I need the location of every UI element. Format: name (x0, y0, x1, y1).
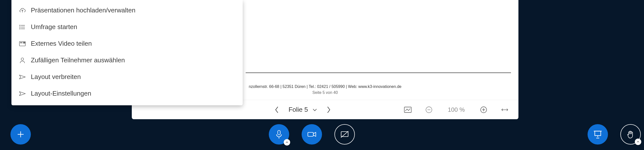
svg-rect-17 (23, 42, 25, 43)
slide-page-indicator: Seite 5 von 40 (312, 90, 338, 95)
presentation-screen-icon (593, 130, 602, 139)
menu-share-external-video[interactable]: Externes Video teilen (12, 35, 243, 52)
poll-list-icon (19, 24, 26, 30)
menu-propagate-layout[interactable]: Layout verbreiten (12, 69, 243, 85)
camera-icon (307, 131, 316, 138)
svg-marker-20 (20, 92, 25, 96)
slide-footer-text: nzollernstr. 66-68 | 52351 Düren | Tel.:… (249, 84, 401, 89)
microphone-icon (275, 129, 283, 139)
svg-point-12 (20, 27, 20, 27)
slide-tools: 100 % (404, 106, 508, 114)
plus-icon (16, 130, 25, 139)
zoom-level-label[interactable]: 100 % (446, 106, 466, 113)
actions-popup-menu: Präsentationen hochladen/verwalten Umfra… (12, 0, 243, 105)
upload-cloud-icon (19, 7, 26, 14)
svg-point-13 (20, 28, 20, 29)
presentation-mode-button[interactable] (588, 124, 608, 145)
svg-rect-25 (308, 132, 313, 136)
external-video-icon (19, 40, 26, 47)
mic-options-badge[interactable] (284, 139, 290, 146)
camera-button[interactable] (302, 124, 322, 145)
menu-layout-settings[interactable]: Layout-Einstellungen (12, 85, 243, 102)
svg-rect-30 (595, 131, 601, 136)
share-screen-button[interactable] (334, 124, 355, 145)
microphone-button[interactable] (269, 124, 289, 145)
svg-rect-23 (278, 130, 280, 135)
svg-point-15 (20, 42, 21, 43)
svg-marker-19 (20, 75, 25, 79)
menu-item-label: Layout verbreiten (31, 73, 81, 81)
add-actions-button[interactable] (10, 124, 31, 145)
fit-to-screen-button[interactable] (404, 106, 412, 114)
svg-point-11 (20, 25, 20, 25)
menu-item-label: Layout-Einstellungen (31, 90, 91, 97)
chevron-up-icon (636, 141, 640, 143)
random-user-icon (19, 57, 26, 64)
menu-item-label: Externes Video teilen (31, 40, 92, 47)
slide-navigation: Folie 5 (202, 106, 404, 114)
menu-select-random-user[interactable]: Zufälligen Teilnehmer auswählen (12, 52, 243, 69)
chevron-down-icon (312, 108, 317, 111)
chevron-up-icon (286, 141, 288, 143)
layout-settings-icon (19, 90, 26, 97)
menu-upload-presentation[interactable]: Präsentationen hochladen/verwalten (12, 2, 243, 19)
svg-point-18 (21, 58, 24, 60)
menu-item-label: Präsentationen hochladen/verwalten (31, 6, 136, 14)
menu-item-label: Zufälligen Teilnehmer auswählen (31, 56, 125, 64)
prev-slide-button[interactable] (274, 107, 280, 113)
slide-divider (246, 73, 511, 73)
raise-hand-icon (627, 130, 634, 139)
current-slide-label: Folie 5 (288, 106, 308, 114)
menu-start-poll[interactable]: Umfrage starten (12, 19, 243, 35)
slide-select-dropdown[interactable]: Folie 5 (288, 106, 317, 114)
fit-width-button[interactable] (501, 106, 508, 114)
svg-marker-26 (313, 132, 316, 136)
svg-point-16 (22, 42, 22, 43)
zoom-in-button[interactable] (480, 106, 487, 114)
zoom-out-button[interactable] (425, 106, 433, 114)
share-screen-off-icon (340, 130, 349, 138)
bottom-action-bar (0, 124, 644, 147)
next-slide-button[interactable] (326, 107, 332, 113)
raise-hand-button[interactable] (620, 124, 641, 145)
hand-options-badge[interactable] (635, 139, 641, 145)
send-layout-icon (19, 74, 26, 80)
menu-item-label: Umfrage starten (31, 23, 77, 31)
